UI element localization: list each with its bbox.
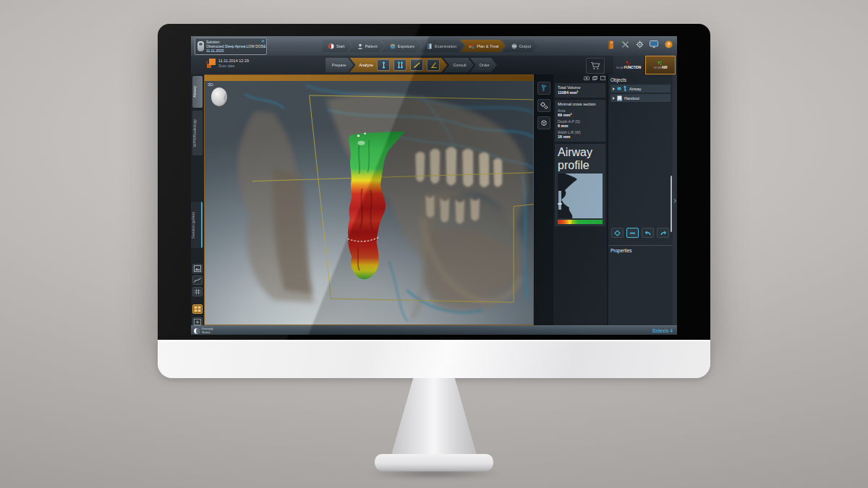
viewport-3d[interactable]: 3D [204, 74, 534, 325]
cart-icon [590, 61, 600, 70]
airway-segmentation-tool-button[interactable] [377, 59, 390, 71]
settings-gears-button[interactable] [537, 99, 550, 112]
airway-measurement-panel: Total Volume 11084 mm³ Minimal cross sec… [553, 74, 607, 325]
airway-profile-title: Airway profile [558, 146, 603, 172]
plan-treat-icon [469, 43, 475, 49]
copy-icon[interactable] [592, 76, 597, 80]
layout-plus-icon [194, 319, 201, 325]
step-analyze[interactable]: Analyze [350, 58, 448, 72]
panel-collapse-strip[interactable]: ❯ [673, 74, 677, 325]
workspace-layout-active-button[interactable] [192, 304, 203, 314]
sicat-function-logo-icon [625, 61, 632, 66]
screenshot-view-button[interactable] [192, 264, 203, 273]
manual-book-icon[interactable] [606, 40, 615, 49]
segment-airway-icon [380, 61, 388, 69]
airway-object-icon [624, 85, 627, 92]
compare-airways-icon [396, 61, 404, 69]
viewport-title: 3D [208, 82, 213, 87]
solution-patient-icon [197, 41, 204, 51]
view-tab-session-gallery[interactable]: Session gallery [191, 202, 203, 248]
tab-sicat-function[interactable]: SICATFUNCTION [613, 56, 644, 74]
workflow-tab-start[interactable]: Start [323, 40, 352, 52]
workflow-label: Exposure [398, 44, 414, 48]
scan-thumbnail-icon [206, 59, 216, 68]
airway-view-button[interactable] [537, 82, 550, 95]
remote-monitor-icon[interactable] [650, 40, 658, 49]
view-tab-airway[interactable]: Airway [192, 76, 203, 108]
view-tab-mpr-radiology[interactable]: MPR/Radiology [192, 111, 203, 155]
hide-object-button[interactable] [626, 228, 639, 238]
total-volume-value: 11084 mm³ [558, 90, 603, 95]
brand-line2: Sirona [202, 331, 213, 335]
snapshot-icon[interactable] [584, 76, 590, 80]
svg-text:?: ? [667, 42, 670, 47]
objects-panel: Objects Airway Handout [608, 74, 673, 325]
step-label: Prepare [332, 63, 346, 67]
object-row-handout[interactable]: Handout [610, 94, 671, 102]
distance-measure-icon [413, 61, 421, 69]
solution-card[interactable]: Solution: Obstructed Sleep Apnea LOW DOS… [195, 38, 267, 55]
workflow-tab-plan-treat[interactable]: Plan & Treat [460, 40, 505, 52]
undo-arrow-icon [644, 230, 652, 236]
step-order[interactable]: Order [470, 58, 497, 72]
titlebar: Solution: Obstructed Sleep Apnea LOW DOS… [191, 36, 677, 56]
curve-view-button[interactable] [192, 275, 203, 285]
app-tab-brand: SICAT [616, 66, 624, 69]
tools-icon[interactable] [621, 40, 629, 49]
grid-icon [194, 288, 201, 295]
step-consult[interactable]: Consult [443, 58, 474, 72]
airway-color-scale [558, 220, 603, 224]
app-name-label: Sidexis 4 [652, 328, 673, 334]
exposure-icon [390, 43, 396, 49]
scan-date-caption: Scan date [218, 64, 249, 68]
orientation-head-widget[interactable] [211, 87, 227, 106]
viewport-canvas[interactable] [205, 81, 533, 325]
undo-button[interactable] [642, 228, 654, 238]
focus-object-button[interactable] [611, 228, 624, 238]
distance-measure-tool-button[interactable] [410, 59, 423, 71]
shopping-cart-button[interactable] [586, 58, 605, 74]
total-volume-section: Total Volume 11084 mm³ [555, 83, 605, 98]
expand-arrow-icon[interactable] [613, 97, 615, 100]
workflow-tab-patient[interactable]: Patient [349, 40, 384, 52]
gears-icon [540, 101, 549, 110]
airway-compare-tool-button[interactable] [393, 59, 407, 71]
maximize-icon[interactable] [600, 76, 605, 80]
left-rail: Airway MPR/Radiology Session gallery [191, 74, 204, 325]
objects-scrollbar[interactable] [671, 176, 672, 232]
collapse-arrow-icon: ❯ [673, 198, 676, 202]
visibility-icon[interactable] [617, 87, 621, 90]
workflow-tab-examination[interactable]: Examination [418, 40, 463, 52]
workflow-tab-output[interactable]: Output [503, 40, 538, 52]
screen: Solution: Obstructed Sleep Apnea LOW DOS… [191, 36, 677, 335]
patient-icon [357, 43, 363, 49]
grid-view-button[interactable] [192, 287, 203, 296]
workflow-label: Examination [435, 44, 456, 48]
workflow-tab-exposure[interactable]: Exposure [381, 40, 421, 52]
expand-arrow-icon[interactable] [613, 87, 615, 90]
minimal-cross-section: Minimal cross section Area 69 mm² Depth … [555, 100, 605, 142]
close-solution-button[interactable]: ✕ [261, 39, 265, 43]
scan-info[interactable]: 11.11.2014 12:29 Scan date [206, 59, 249, 68]
workflow-label: Patient [365, 44, 378, 48]
airway-profile-chart[interactable] [558, 174, 603, 218]
app-tab-name: AIR [662, 66, 668, 69]
width-value: 16 mm [558, 134, 603, 140]
angle-measure-tool-button[interactable] [427, 59, 440, 71]
cube-icon [540, 119, 548, 127]
redo-button[interactable] [657, 228, 669, 238]
object-row-airway[interactable]: Airway [610, 85, 671, 93]
tab-sicat-air[interactable]: SICATAIR [645, 56, 676, 74]
help-icon[interactable]: ? [664, 40, 673, 49]
minimal-cross-section-title: Minimal cross section [558, 102, 603, 107]
backdrop: Solution: Obstructed Sleep Apnea LOW DOS… [0, 0, 868, 488]
step-prepare[interactable]: Prepare [326, 58, 354, 72]
analysis-steps: Prepare Analyze Consult Order [326, 58, 497, 72]
monitor-stand-neck [391, 378, 477, 458]
cbct-3d-render [205, 81, 533, 325]
handout-page-icon [617, 95, 622, 101]
angle-measure-icon [430, 61, 438, 69]
clipping-cube-button[interactable] [537, 116, 550, 129]
settings-gear-icon[interactable] [635, 40, 644, 49]
workflow-label: Start [336, 44, 345, 48]
